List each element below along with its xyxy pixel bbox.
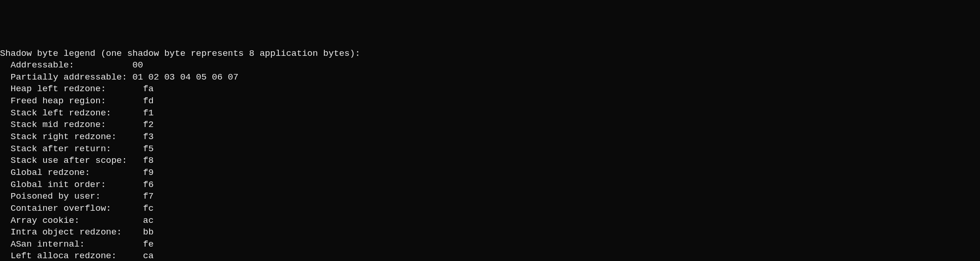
legend-value: ca	[143, 251, 154, 261]
legend-label: Stack use after scope:	[0, 155, 143, 166]
legend-value: fa	[143, 84, 154, 94]
legend-row: Container overflow: fc	[0, 203, 980, 215]
legend-label: Global init order:	[0, 180, 143, 190]
legend-row: ASan internal: fe	[0, 239, 980, 251]
legend-row: Stack after return: f5	[0, 143, 980, 155]
legend-value: fd	[143, 96, 154, 106]
legend-row: Global init order: f6	[0, 179, 980, 191]
legend-value: bb	[143, 227, 154, 237]
legend-label: Stack left redzone:	[0, 108, 143, 118]
legend-label: Left alloca redzone:	[0, 251, 143, 261]
legend-row: Addressable: 00	[0, 60, 980, 72]
legend-value: f9	[143, 167, 154, 178]
legend-value: 00	[132, 60, 143, 70]
legend-value: fc	[143, 203, 154, 214]
legend-value: f6	[143, 180, 154, 190]
legend-row: Partially addressable: 01 02 03 04 05 06…	[0, 72, 980, 84]
legend-row: Intra object redzone: bb	[0, 227, 980, 239]
legend-row: Freed heap region: fd	[0, 95, 980, 107]
legend-label: Stack mid redzone:	[0, 120, 143, 130]
legend-label: Addressable:	[0, 60, 132, 70]
legend-title: Shadow byte legend (one shadow byte repr…	[0, 48, 980, 60]
legend-row: Stack right redzone: f3	[0, 131, 980, 143]
legend-label: Stack right redzone:	[0, 132, 143, 142]
legend-label: Array cookie:	[0, 215, 143, 226]
legend-row: Poisoned by user: f7	[0, 191, 980, 203]
legend-value: f3	[143, 132, 154, 142]
legend-label: Heap left redzone:	[0, 84, 143, 94]
legend-label: Intra object redzone:	[0, 227, 143, 237]
legend-row: Stack use after scope: f8	[0, 155, 980, 167]
legend-label: ASan internal:	[0, 239, 143, 249]
legend-label: Stack after return:	[0, 144, 143, 154]
legend-value: f1	[143, 108, 154, 118]
legend-value: fe	[143, 239, 154, 249]
legend-row: Stack mid redzone: f2	[0, 119, 980, 131]
legend-label: Freed heap region:	[0, 96, 143, 106]
legend-row: Stack left redzone: f1	[0, 107, 980, 120]
legend-row: Heap left redzone: fa	[0, 83, 980, 95]
legend-value: f7	[143, 191, 154, 201]
legend-label: Poisoned by user:	[0, 191, 143, 201]
legend-value: f8	[143, 155, 154, 166]
legend-value: ac	[143, 215, 154, 226]
legend-label: Container overflow:	[0, 203, 143, 214]
legend-row: Left alloca redzone: ca	[0, 250, 980, 261]
legend-value: 01 02 03 04 05 06 07	[132, 72, 238, 82]
legend-label: Partially addressable:	[0, 72, 132, 82]
legend-row: Global redzone: f9	[0, 167, 980, 179]
legend-value: f2	[143, 120, 154, 130]
legend-row: Array cookie: ac	[0, 215, 980, 227]
legend-label: Global redzone:	[0, 167, 143, 178]
legend-value: f5	[143, 144, 154, 154]
